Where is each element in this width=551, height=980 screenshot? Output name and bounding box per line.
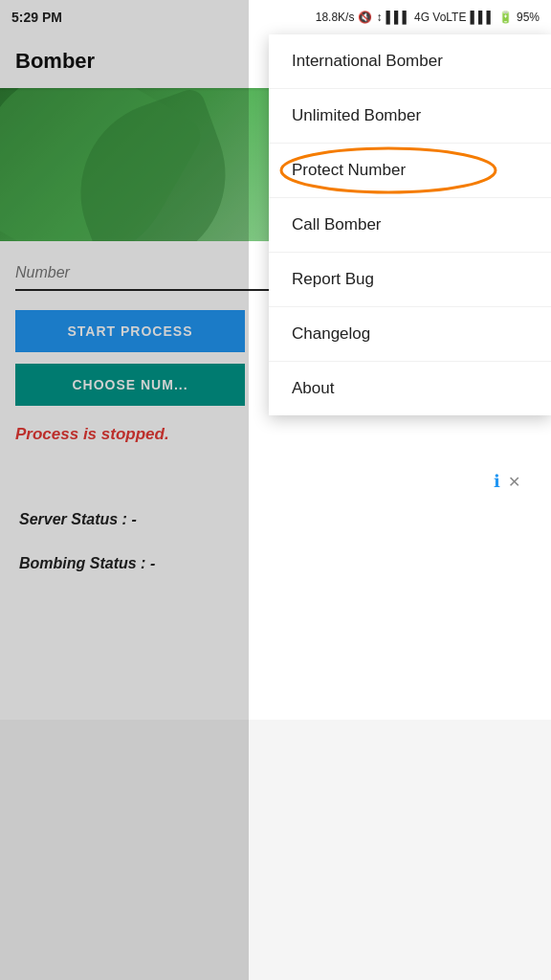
menu-item-unlimited-bomber[interactable]: Unlimited Bomber (269, 89, 551, 144)
menu-item-report-bug[interactable]: Report Bug (269, 253, 551, 307)
dim-overlay (0, 0, 249, 980)
menu-item-protect-number[interactable]: Protect Number (269, 144, 551, 198)
bars-icon: ▌▌▌ (386, 11, 410, 24)
network-type: 4G VoLTE (414, 11, 466, 24)
ad-close-icon[interactable]: ✕ (508, 473, 520, 491)
battery-icon: 🔋 (498, 11, 513, 24)
signal-bars-icon: ▌▌▌ (470, 11, 495, 24)
dropdown-menu: International Bomber Unlimited Bomber Pr… (269, 34, 551, 415)
status-right: 18.8K/s 🔇 ↕ ▌▌▌ 4G VoLTE ▌▌▌ 🔋 95% (316, 11, 540, 24)
menu-item-call-bomber[interactable]: Call Bomber (269, 198, 551, 253)
signal-icon: ↕ (376, 11, 382, 24)
ad-info-icon[interactable]: ℹ (494, 471, 500, 492)
mute-icon: 🔇 (358, 11, 372, 24)
menu-item-international-bomber[interactable]: International Bomber (269, 34, 551, 89)
network-speed: 18.8K/s (316, 11, 355, 24)
menu-item-about[interactable]: About (269, 362, 551, 415)
battery-percentage: 95% (517, 11, 540, 24)
menu-item-changelog[interactable]: Changelog (269, 307, 551, 362)
